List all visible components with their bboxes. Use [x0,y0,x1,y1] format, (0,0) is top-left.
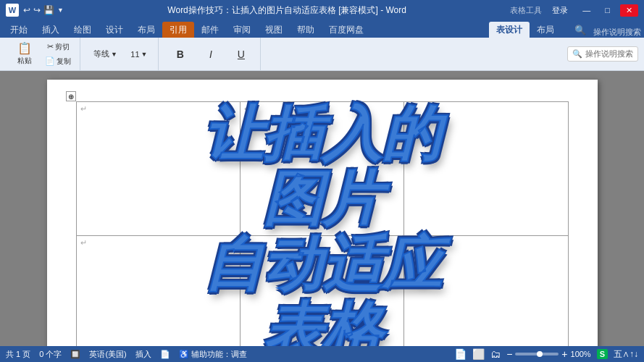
document-area: ⊕ ↵ ↵ ↵ ↵ [0,71,644,346]
view-icon-2[interactable]: ⬜ [472,348,485,360]
cell-marker: ↵ [244,238,251,248]
tab-draw[interactable]: 绘图 [67,22,99,38]
paste-icon: 📋 [17,43,32,54]
undo-icon[interactable]: ↩ [23,5,30,15]
ribbon-group-paragraph: B I U [162,38,261,70]
language: 英语(美国) [89,349,126,360]
copy-label: 复制 [57,56,71,67]
table-container[interactable]: ⊕ ↵ ↵ ↵ ↵ [76,101,569,346]
insert-mode: 插入 [135,349,151,360]
zoom-out-button[interactable]: − [506,348,512,360]
title-bar-right: 表格工具 登录 — □ ✕ [510,4,638,17]
tab-mail[interactable]: 邮件 [194,22,226,38]
zoom-in-button[interactable]: + [561,348,567,360]
redo-icon[interactable]: ↪ [33,5,41,15]
title-bar-left: W ↩ ↪ 💾 ▼ [6,4,64,17]
page-count: 共 1 页 [6,349,30,360]
accessibility: ♿ 辅助功能：调查 [179,349,247,360]
tab-help[interactable]: 帮助 [290,22,322,38]
search-label: 操作说明搜索 [593,27,641,38]
cell-marker: ↵ [80,104,87,114]
underline-button[interactable]: U [228,46,254,62]
italic-icon: I [209,49,212,60]
tab-insert[interactable]: 插入 [35,22,67,38]
underline-icon: U [238,49,245,60]
tab-table-design[interactable]: 表设计 [489,22,530,38]
tab-start[interactable]: 开始 [3,22,35,38]
table-cell-2-2[interactable]: ↵ [240,235,403,346]
accessibility-label: 辅助功能：调查 [191,350,247,358]
table-cell-2-3[interactable]: ↵ [404,235,568,346]
font-size-label: 11 [130,50,139,59]
search-icon: 🔍 [572,49,582,59]
layout-icon: 📄 [160,350,170,359]
table-move-handle[interactable]: ⊕ [66,91,76,101]
table-cell-1-1[interactable]: ↵ [76,102,240,236]
ribbon-bar: 📋 粘贴 ✂ 剪切 📄 复制 等线 ▼ 11 ▼ B I [0,38,644,71]
ribbon-group-clipboard: 📋 粘贴 ✂ 剪切 📄 复制 [6,38,80,70]
tab-design[interactable]: 设计 [99,22,130,38]
table-row: ↵ ↵ ↵ [76,102,568,236]
wps-logo: S [597,349,608,359]
word-logo: W [6,4,19,17]
tab-baidu[interactable]: 百度网盘 [322,22,371,38]
italic-button[interactable]: I [198,46,224,62]
zoom-slider[interactable] [515,353,559,355]
ribbon-tabs-container: 开始 插入 绘图 设计 布局 引用 邮件 审阅 视图 帮助 百度网盘 表设计 布… [0,20,644,38]
ribbon-group-font: 等线 ▼ 11 ▼ [83,38,159,70]
accessibility-icon: ♿ [179,350,189,358]
table-cell-2-1[interactable]: ↵ [76,235,240,346]
document-page: ⊕ ↵ ↵ ↵ ↵ [47,80,598,346]
tab-review[interactable]: 审阅 [226,22,258,38]
font-name-label: 等线 [93,49,109,59]
font-name-dropdown[interactable]: 等线 ▼ [89,46,122,62]
dropdown-icon[interactable]: ▼ [57,7,64,14]
table-cell-1-3[interactable]: ↵ [404,102,568,236]
ribbon-label: 表格工具 [510,5,542,16]
minimize-button[interactable]: — [578,4,595,16]
search-box[interactable]: 🔍 操作说明搜索 [567,46,638,62]
close-button[interactable]: ✕ [620,4,638,17]
document-table[interactable]: ↵ ↵ ↵ ↵ ↵ ↵ [76,101,569,346]
zoom-control: − + 100% [506,348,591,360]
save-icon[interactable]: 💾 [43,5,54,15]
copy-icon: 📄 [45,56,55,66]
table-cell-1-2[interactable]: ↵ [240,102,403,236]
search-area: 🔍 操作说明搜索 [567,46,638,62]
cut-button[interactable]: ✂ 剪切 [42,41,74,54]
tab-table-layout[interactable]: 布局 [530,22,561,38]
paste-label: 粘贴 [17,56,32,66]
table-row: ↵ ↵ ↵ [76,235,568,346]
font-size-dropdown[interactable]: 11 ▼ [126,48,152,61]
paste-button[interactable]: 📋 粘贴 [12,41,38,68]
maximize-button[interactable]: □ [601,4,614,16]
tab-view[interactable]: 视图 [258,22,290,38]
zoom-level: 100% [571,350,591,358]
bold-button[interactable]: B [167,46,193,62]
font-size-dropdown-icon: ▼ [141,51,148,58]
title-bar: W ↩ ↪ 💾 ▼ Word操作技巧：让插入的图片自动适应表格 [兼容模式] -… [0,0,644,20]
bold-icon: B [177,49,184,60]
check-icon: 🔲 [70,350,80,359]
view-icon-3[interactable]: 🗂 [490,348,501,360]
copy-button[interactable]: 📄 复制 [42,55,74,68]
window-title: Word操作技巧：让插入的图片自动适应表格 [兼容模式] - Word [64,4,510,17]
login-button[interactable]: 登录 [548,4,572,17]
status-bar: 共 1 页 0 个字 🔲 英语(美国) 插入 📄 ♿ 辅助功能：调查 📄 ⬜ 🗂… [0,346,644,362]
cell-marker: ↵ [244,104,251,114]
word-count: 0 个字 [39,349,62,360]
cut-label: 剪切 [55,42,70,52]
search-placeholder: 操作说明搜索 [585,49,633,59]
taskbar-icons: 五∧↑↓ [614,348,638,361]
font-dropdown-icon: ▼ [111,51,117,58]
cell-marker: ↵ [80,238,87,248]
tab-references[interactable]: 引用 [162,22,194,38]
cut-icon: ✂ [47,42,54,51]
cell-marker: ↵ [408,104,414,114]
view-icon-1[interactable]: 📄 [454,348,467,360]
status-bar-right: 📄 ⬜ 🗂 − + 100% S 五∧↑↓ [454,348,638,361]
tab-layout[interactable]: 布局 [130,22,162,38]
quick-access-toolbar: ↩ ↪ 💾 ▼ [23,5,64,15]
tab-search-icon[interactable]: 🔍 [567,22,593,38]
zoom-slider-thumb [537,351,543,357]
